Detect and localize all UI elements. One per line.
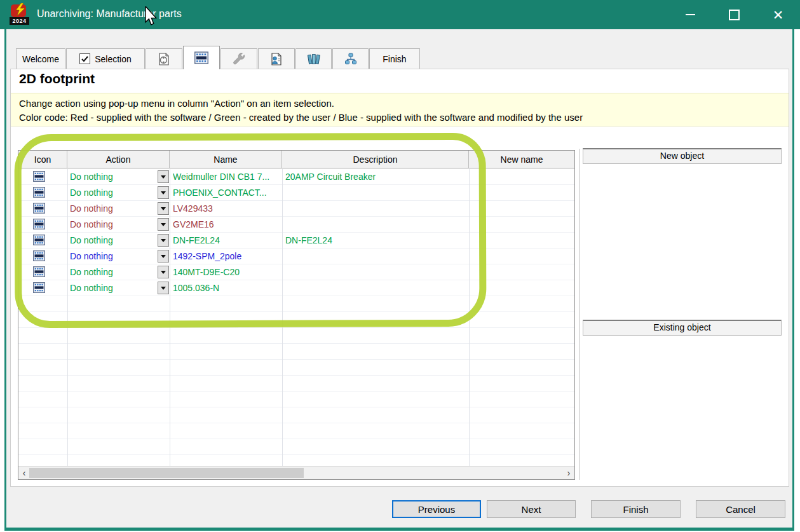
notice-line-2: Color code: Red - supplied with the soft… bbox=[19, 111, 789, 125]
horizontal-scrollbar[interactable]: ‹ › bbox=[18, 466, 574, 479]
next-button[interactable]: Next bbox=[487, 500, 576, 518]
hierarchy-icon bbox=[344, 53, 357, 65]
person-document-icon bbox=[270, 53, 283, 65]
page-title: 2D footprint bbox=[19, 71, 95, 86]
cancel-button-label: Cancel bbox=[726, 504, 756, 515]
checkbox-checked-icon[interactable] bbox=[79, 53, 90, 64]
tab-selection-label: Selection bbox=[95, 54, 132, 64]
tab-2d-footprint[interactable] bbox=[183, 46, 220, 69]
window-controls: ✕ bbox=[668, 0, 800, 29]
scrollbar-thumb[interactable] bbox=[29, 468, 304, 478]
window-border-left bbox=[4, 29, 6, 530]
notice-line-1: Change action using pop-up menu in colum… bbox=[19, 97, 789, 111]
window-border-right bbox=[792, 29, 794, 530]
books-icon bbox=[307, 53, 321, 65]
app-logo-icon: 2024 bbox=[10, 4, 33, 25]
close-icon: ✕ bbox=[773, 8, 784, 22]
close-button[interactable]: ✕ bbox=[756, 0, 800, 29]
existing-object-panel-header: Existing object bbox=[583, 320, 782, 336]
panel-divider bbox=[580, 149, 580, 480]
tab-finish[interactable]: Finish bbox=[369, 48, 420, 69]
highlight-annotation-oval bbox=[14, 133, 486, 329]
tab-selection[interactable]: Selection bbox=[66, 48, 145, 69]
mouse-cursor bbox=[144, 6, 158, 27]
finish-button[interactable]: Finish bbox=[591, 500, 681, 518]
previous-button-label: Previous bbox=[418, 504, 455, 515]
tab-person-document[interactable] bbox=[258, 48, 295, 69]
tab-symbol[interactable] bbox=[146, 48, 182, 69]
minimize-button[interactable] bbox=[668, 0, 712, 29]
footprint-icon bbox=[194, 51, 208, 64]
scroll-left-icon[interactable]: ‹ bbox=[19, 467, 29, 479]
titlebar: 2024 Unarchiving: Manufacturer parts ✕ bbox=[0, 0, 800, 29]
window-title: Unarchiving: Manufacturer parts bbox=[37, 8, 182, 20]
maximize-button[interactable] bbox=[712, 0, 756, 29]
finish-button-label: Finish bbox=[623, 504, 648, 515]
previous-button[interactable]: Previous bbox=[392, 500, 481, 518]
symbol-page-icon bbox=[158, 53, 170, 65]
tab-wrench[interactable] bbox=[220, 48, 257, 69]
cancel-button[interactable]: Cancel bbox=[696, 500, 785, 518]
tab-welcome[interactable]: Welcome bbox=[16, 48, 65, 69]
new-object-panel-header: New object bbox=[583, 148, 782, 164]
next-button-label: Next bbox=[522, 504, 541, 515]
tab-books[interactable] bbox=[295, 48, 332, 69]
notice-banner: Change action using pop-up menu in colum… bbox=[11, 93, 789, 126]
tab-finish-label: Finish bbox=[383, 54, 406, 64]
window-border-bottom bbox=[4, 528, 794, 531]
tab-welcome-label: Welcome bbox=[22, 54, 59, 64]
app-logo-year: 2024 bbox=[10, 17, 29, 25]
tab-hierarchy[interactable] bbox=[332, 48, 369, 69]
minimize-icon bbox=[686, 14, 695, 15]
lightning-bolt-icon bbox=[15, 3, 26, 17]
scroll-right-icon[interactable]: › bbox=[564, 467, 574, 479]
maximize-icon bbox=[729, 10, 740, 20]
wrench-icon bbox=[233, 52, 246, 65]
